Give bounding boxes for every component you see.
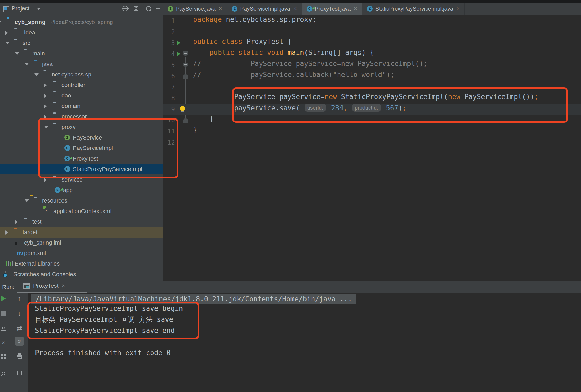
pin-icon[interactable] <box>0 369 8 378</box>
code-line-10[interactable]: } <box>193 115 214 126</box>
trash-icon[interactable] <box>15 368 24 377</box>
tree-item-resources[interactable]: resources <box>0 195 163 206</box>
tree-item-test[interactable]: test <box>0 216 163 227</box>
tree-item-cyb-spring-iml[interactable]: cyb_spring.iml <box>0 238 163 248</box>
tab-close-icon[interactable]: × <box>293 5 297 12</box>
tree-item-servicce[interactable]: servicce <box>0 174 163 185</box>
hide-panel-icon[interactable] <box>154 6 162 12</box>
code-line-1[interactable]: package net.cybclass.sp.proxy; <box>193 16 317 27</box>
tree-item-proxy[interactable]: proxy <box>0 122 163 132</box>
code-line-8[interactable]: PayService payService=new StaticProxyPay… <box>193 93 538 104</box>
editor-tab-proxytest-java[interactable]: CProxyTest.java× <box>302 3 362 15</box>
tree-item-main[interactable]: main <box>0 48 163 59</box>
fold-marker-icon[interactable] <box>183 51 188 56</box>
tree-item-domain[interactable]: domain <box>0 101 163 111</box>
tree-item-payservice[interactable]: IPayService <box>0 132 163 143</box>
run-console[interactable]: ×↑↓⇄»/Library/Java/JavaVirtualMachines/j… <box>0 293 581 392</box>
tree-item-staticproxypayserviceimpl[interactable]: CStaticProxyPayServiceImpl <box>0 164 163 174</box>
locate-target-icon[interactable] <box>121 6 129 12</box>
tree-item-applicationcontext-xml[interactable]: applicationContext.xml <box>0 206 163 216</box>
line-number: 2 <box>163 27 175 38</box>
chevron-collapsed-icon[interactable] <box>44 94 47 98</box>
down-arrow-icon[interactable]: ↓ <box>15 309 24 318</box>
editor-tab-payserviceimpl-java[interactable]: CPayServiceImpl.java× <box>227 3 302 15</box>
console-output-line[interactable]: 目标类 PayServiceImpl 回调 方法 save <box>35 314 173 325</box>
run-gutter-icon[interactable] <box>177 40 180 45</box>
chevron-collapsed-icon[interactable] <box>44 115 47 119</box>
printer-icon[interactable] <box>15 352 24 360</box>
tree-item-app[interactable]: Capp <box>0 185 163 195</box>
screenshot-camera-icon[interactable] <box>0 324 8 333</box>
code-line-5[interactable]: // PayService payService=new PayServiceI… <box>193 60 427 71</box>
project-panel-title[interactable]: Project <box>12 5 29 12</box>
console-output-line[interactable]: StaticProxyPayServiceImpl save begin <box>35 303 183 314</box>
tree-item-pom-xml[interactable]: mpom.xml <box>0 248 163 259</box>
tree-item-dao[interactable]: dao <box>0 90 163 101</box>
tree-item-controller[interactable]: controller <box>0 80 163 90</box>
chevron-collapsed-icon[interactable] <box>44 178 47 182</box>
code-line-11[interactable]: } <box>193 126 197 137</box>
rerun-play-icon[interactable] <box>0 294 8 303</box>
chevron-expanded-icon[interactable] <box>25 63 29 65</box>
tree-item-net-cybclass-sp[interactable]: net.cybclass.sp <box>0 69 163 80</box>
console-exit-line[interactable]: Process finished with exit code 0 <box>35 347 171 358</box>
chevron-expanded-icon[interactable] <box>0 21 2 23</box>
chevron-expanded-icon[interactable] <box>44 126 48 128</box>
chevron-collapsed-icon[interactable] <box>15 220 18 224</box>
chevron-expanded-icon[interactable] <box>34 73 39 76</box>
swap-arrows-icon[interactable]: ⇄ <box>15 324 24 333</box>
tree-item-label: dao <box>61 92 71 99</box>
console-command-line[interactable]: /Library/Java/JavaVirtualMachines/jdk1.8… <box>31 294 356 304</box>
code-token: new <box>325 93 337 101</box>
code-token: net.cybclass.sp.proxy; <box>226 16 316 23</box>
scroll-to-end-icon[interactable]: » <box>15 337 24 346</box>
close-x-icon[interactable]: × <box>0 338 8 347</box>
tree-item-payserviceimpl[interactable]: CPayServiceImpl <box>0 143 163 153</box>
fold-marker-icon[interactable] <box>183 74 188 79</box>
tree-item-scratches-and-consoles[interactable]: Scratches and Consoles <box>0 269 163 280</box>
tree-item-proxytest[interactable]: CProxyTest <box>0 153 163 164</box>
chevron-expanded-icon[interactable] <box>5 42 9 44</box>
chevron-collapsed-icon[interactable] <box>5 31 8 35</box>
tree-item-external-libraries[interactable]: External Libraries <box>0 259 163 269</box>
tree-item-src[interactable]: src <box>0 38 163 48</box>
project-dropdown-caret[interactable] <box>37 8 40 10</box>
tab-close-icon[interactable]: × <box>219 5 222 12</box>
collapse-all-icon[interactable] <box>132 6 140 12</box>
chevron-collapsed-icon[interactable] <box>44 83 47 87</box>
tree-item-java[interactable]: java <box>0 59 163 69</box>
project-panel-header: Project <box>0 3 163 15</box>
code-line-6[interactable]: // payService.callback("hello world"); <box>193 71 395 82</box>
up-arrow-icon[interactable]: ↑ <box>15 294 24 303</box>
chevron-collapsed-icon[interactable] <box>5 230 8 235</box>
layout-grid-icon[interactable] <box>0 352 8 361</box>
intention-bulb-icon[interactable] <box>180 106 185 111</box>
code-token: ; <box>402 104 407 112</box>
run-tab-close-icon[interactable]: × <box>62 282 65 289</box>
tree-item-label: target <box>23 229 37 236</box>
fold-marker-icon[interactable] <box>183 63 188 68</box>
tab-close-icon[interactable]: × <box>354 5 357 12</box>
fold-marker-icon[interactable] <box>183 118 188 123</box>
tree-item-cyb-spring[interactable]: cyb_spring~/IdeaProjects/cyb_spring <box>0 17 163 27</box>
editor-tab-payservice-java[interactable]: IPayService.java× <box>163 3 227 15</box>
settings-gear-icon[interactable] <box>145 6 152 12</box>
tree-item-processor[interactable]: processor <box>0 111 163 122</box>
chevron-expanded-icon[interactable] <box>15 52 19 55</box>
code-editor[interactable]: 1package net.cybclass.sp.proxy;23public … <box>163 15 581 281</box>
tab-close-icon[interactable]: × <box>456 5 460 12</box>
editor-tab-staticproxypayserviceimpl-java[interactable]: CStaticProxyPayServiceImpl.java× <box>362 3 465 15</box>
tree-item-target[interactable]: target <box>0 227 163 238</box>
tree-item-label: app <box>63 187 73 194</box>
code-line-3[interactable]: public class ProxyTest { <box>193 38 292 49</box>
code-line-4[interactable]: public static void main(String[] args) { <box>193 49 374 60</box>
console-output-line[interactable]: StaticProxyPayServiceImpl save end <box>35 325 175 336</box>
chevron-collapsed-icon[interactable] <box>44 104 47 109</box>
tree-item-label: PayService <box>73 134 102 141</box>
chevron-expanded-icon[interactable] <box>25 199 29 202</box>
code-line-9[interactable]: payService.save( userId: 234, productId:… <box>193 104 407 115</box>
stop-icon[interactable] <box>0 309 8 318</box>
run-gutter-icon[interactable] <box>177 51 180 56</box>
run-tab-proxytest[interactable]: ProxyTest × <box>23 282 65 289</box>
tree-item--idea[interactable]: .idea <box>0 27 163 38</box>
